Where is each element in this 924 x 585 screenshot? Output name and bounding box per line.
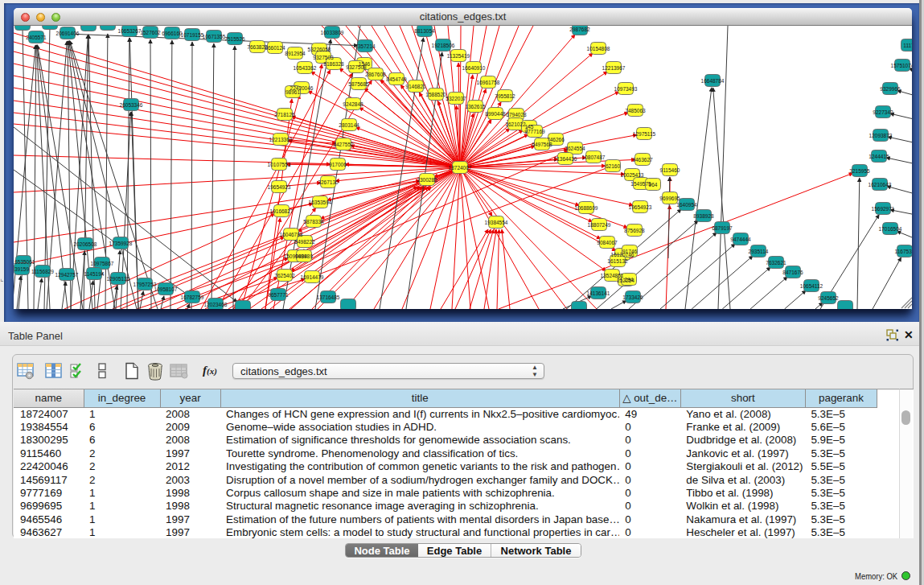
svg-text:3215955: 3215955 <box>849 168 870 174</box>
svg-text:10975867: 10975867 <box>91 261 114 266</box>
svg-text:9146821: 9146821 <box>405 84 426 89</box>
svg-text:9242848: 9242848 <box>343 101 363 107</box>
svg-text:2803144: 2803144 <box>339 122 359 128</box>
svg-text:8756928: 8756928 <box>624 228 645 233</box>
svg-text:17016504: 17016504 <box>879 226 902 232</box>
svg-text:6794028: 6794028 <box>506 112 527 117</box>
svg-text:10958107: 10958107 <box>154 286 178 292</box>
svg-text:1615132: 1615132 <box>607 258 628 264</box>
svg-text:18807249: 18807249 <box>588 222 611 228</box>
svg-text:1640954: 1640954 <box>676 202 697 208</box>
svg-text:62160: 62160 <box>606 163 620 169</box>
svg-text:16033809: 16033809 <box>321 30 344 35</box>
svg-text:8990448: 8990448 <box>485 111 506 117</box>
svg-text:1117: 1117 <box>903 43 912 48</box>
svg-text:10807487: 10807487 <box>582 154 606 160</box>
svg-text:16046788: 16046788 <box>280 232 303 237</box>
svg-text:294: 294 <box>625 277 634 282</box>
svg-text:12023468: 12023468 <box>204 302 228 307</box>
svg-text:1733426: 1733426 <box>622 295 643 300</box>
svg-text:099489: 099489 <box>295 253 313 259</box>
svg-text:9699695: 9699695 <box>659 196 680 201</box>
svg-text:98961: 98961 <box>285 89 300 95</box>
svg-text:16914479: 16914479 <box>301 274 324 280</box>
svg-text:20691406: 20691406 <box>56 31 80 36</box>
svg-text:15751074: 15751074 <box>891 63 912 68</box>
svg-text:9329966: 9329966 <box>880 86 901 92</box>
svg-text:3267130: 3267130 <box>318 179 339 185</box>
svg-text:5878334: 5878334 <box>303 219 324 225</box>
svg-text:8813054: 8813054 <box>414 28 435 34</box>
svg-text:9227342: 9227342 <box>873 109 893 115</box>
svg-text:9327508: 9327508 <box>346 64 367 70</box>
svg-text:5875685: 5875685 <box>348 81 369 87</box>
svg-text:12975115: 12975115 <box>633 131 656 137</box>
svg-text:9463627: 9463627 <box>632 157 653 163</box>
svg-text:10154808: 10154808 <box>587 46 610 51</box>
svg-text:964: 964 <box>649 182 658 187</box>
svg-text:6879197: 6879197 <box>712 225 733 231</box>
svg-text:11156829: 11156829 <box>31 269 54 274</box>
svg-text:2935114: 2935114 <box>749 249 769 254</box>
svg-text:20206508: 20206508 <box>74 241 97 247</box>
svg-text:10719155: 10719155 <box>181 32 204 38</box>
svg-text:16210643: 16210643 <box>869 182 892 187</box>
svg-text:2867608: 2867608 <box>365 72 386 77</box>
svg-text:9084067: 9084067 <box>597 240 618 245</box>
svg-text:16782759: 16782759 <box>181 295 204 300</box>
svg-text:10973493: 10973493 <box>614 86 638 92</box>
svg-text:17359928: 17359928 <box>109 241 133 246</box>
svg-text:17957253: 17957253 <box>133 282 157 287</box>
svg-text:19384554: 19384554 <box>485 220 508 225</box>
svg-text:6497568: 6497568 <box>532 142 552 147</box>
svg-text:2987682: 2987682 <box>569 27 590 32</box>
svg-text:9660124: 9660124 <box>265 45 285 51</box>
svg-text:10688609: 10688609 <box>575 205 598 211</box>
svg-text:9115460: 9115460 <box>660 167 680 173</box>
svg-text:16961758: 16961758 <box>477 80 500 85</box>
svg-text:11325419: 11325419 <box>447 53 470 59</box>
svg-text:8938928: 8938928 <box>693 213 714 219</box>
svg-text:3624554: 3624554 <box>565 146 585 151</box>
svg-text:12213369: 12213369 <box>269 137 293 142</box>
svg-text:16535061: 16535061 <box>14 259 35 265</box>
svg-text:10654112: 10654112 <box>800 283 823 289</box>
svg-text:8186328: 8186328 <box>323 61 344 67</box>
svg-text:1588520: 1588520 <box>425 92 446 97</box>
svg-text:8912954: 8912954 <box>285 51 306 56</box>
svg-text:9327503: 9327503 <box>313 55 334 60</box>
svg-text:7632621: 7632621 <box>766 260 786 266</box>
svg-text:12093873: 12093873 <box>869 133 893 138</box>
svg-text:15692971: 15692971 <box>872 206 895 212</box>
svg-text:5498222: 5498222 <box>294 239 315 245</box>
svg-text:10671355: 10671355 <box>203 34 226 39</box>
svg-text:18724007: 18724007 <box>449 165 472 171</box>
svg-text:10653267: 10653267 <box>118 28 142 34</box>
svg-text:12213967: 12213967 <box>602 65 626 71</box>
svg-text:9474444: 9474444 <box>730 237 751 242</box>
svg-text:8454749: 8454749 <box>386 76 407 82</box>
svg-text:7357214: 7357214 <box>355 43 376 49</box>
svg-text:7625402: 7625402 <box>274 273 295 278</box>
svg-text:14136141: 14136141 <box>587 290 610 296</box>
svg-text:10543362: 10543362 <box>294 65 317 71</box>
svg-text:1527602: 1527602 <box>140 30 161 35</box>
svg-text:12942757: 12942757 <box>55 272 79 278</box>
svg-text:7955812: 7955812 <box>495 93 515 99</box>
svg-text:2300285: 2300285 <box>417 177 437 183</box>
svg-text:10025433: 10025433 <box>621 172 644 178</box>
svg-text:9245652: 9245652 <box>818 295 839 301</box>
svg-text:6966160: 6966160 <box>162 31 183 36</box>
svg-text:8427552: 8427552 <box>333 142 354 147</box>
svg-text:7485063: 7485063 <box>625 108 646 113</box>
svg-text:16353594: 16353594 <box>309 200 332 205</box>
svg-text:9777169: 9777169 <box>524 129 545 134</box>
svg-text:53226058: 53226058 <box>308 47 331 52</box>
svg-text:1244415: 1244415 <box>869 154 889 159</box>
svg-text:91746: 91746 <box>622 249 637 254</box>
svg-text:26053346: 26053346 <box>120 102 143 108</box>
svg-text:12905135: 12905135 <box>107 276 130 282</box>
svg-text:1167533: 1167533 <box>895 249 912 254</box>
svg-text:10107553: 10107553 <box>268 162 291 167</box>
svg-text:1145194: 1145194 <box>84 271 105 277</box>
